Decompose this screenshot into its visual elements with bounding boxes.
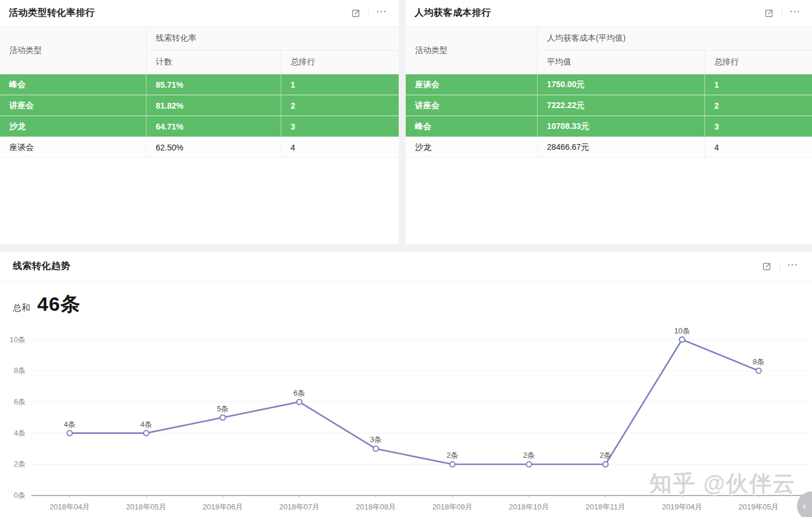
data-point	[679, 337, 685, 342]
table-row: 讲座会 81.82% 2	[0, 95, 399, 116]
col-group-cost-average: 人均获客成本(平均值)	[538, 27, 812, 51]
table-row: 沙龙 28466.67元 4	[406, 137, 812, 158]
activity-name: 讲座会	[406, 95, 538, 116]
ranking-panels-row: 活动类型转化率排行 ··· 活动类型 线索转化率 计数 总排行	[0, 0, 812, 244]
col-total-rank: 总排行	[281, 51, 399, 74]
panel-lead-trend: 线索转化趋势 ··· 总和 46条 0条2条4条6条8条10条2018年04月2…	[0, 252, 812, 517]
x-tick-label: 2018年07月	[279, 502, 319, 511]
icon-divider	[782, 9, 782, 17]
conversion-value: 81.82%	[146, 95, 281, 116]
rank-value: 4	[281, 137, 399, 158]
panel-header: 活动类型转化率排行 ···	[0, 0, 399, 27]
activity-name: 座谈会	[406, 74, 538, 95]
table-row: 峰会 85.71% 1	[0, 74, 399, 95]
rank-value: 1	[705, 74, 812, 95]
y-tick-label: 10条	[10, 335, 26, 344]
data-point-label: 6条	[294, 389, 305, 397]
col-group-conversion-rate: 线索转化率	[146, 27, 399, 51]
trend-summary: 总和 46条	[0, 282, 812, 318]
data-point	[756, 368, 761, 374]
cost-table: 活动类型 人均获客成本(平均值) 平均值 总排行 座谈会 1750.00元 1 …	[406, 27, 812, 158]
data-point-label: 2条	[523, 451, 535, 459]
data-point-label: 2条	[446, 451, 458, 459]
rank-value: 1	[281, 74, 399, 95]
data-point	[603, 462, 608, 467]
table-row: 座谈会 62.50% 4	[0, 137, 399, 158]
open-in-new-icon[interactable]	[349, 7, 362, 20]
table-header: 活动类型 线索转化率 计数 总排行	[0, 27, 399, 74]
table-row: 讲座会 7222.22元 2	[406, 95, 812, 116]
conversion-value: 85.71%	[146, 74, 281, 95]
table-row: 峰会 10708.33元 3	[406, 116, 812, 137]
data-point-label: 4条	[140, 420, 152, 429]
cost-value: 1750.00元	[538, 74, 705, 95]
data-point	[296, 399, 302, 404]
data-point	[220, 415, 226, 420]
panel-conversion-ranking: 活动类型转化率排行 ··· 活动类型 线索转化率 计数 总排行	[0, 0, 399, 244]
y-tick-label: 6条	[14, 397, 26, 406]
activity-name: 沙龙	[0, 116, 146, 137]
panel-cost-ranking: 人均获客成本排行 ··· 活动类型 人均获客成本(平均值) 平均值 总排行	[406, 0, 812, 244]
activity-name: 峰会	[406, 116, 538, 137]
activity-name: 沙龙	[406, 137, 538, 158]
panel-header: 人均获客成本排行 ···	[406, 0, 812, 27]
col-total-rank: 总排行	[705, 51, 812, 74]
col-count: 计数	[146, 51, 281, 74]
x-tick-label: 2018年05月	[126, 502, 166, 511]
data-point-label: 5条	[217, 404, 228, 413]
x-tick-label: 2019年05月	[738, 502, 778, 511]
cost-value: 28466.67元	[538, 137, 705, 158]
y-tick-label: 0条	[14, 491, 26, 500]
cost-value: 7222.22元	[538, 95, 705, 116]
data-point	[144, 430, 149, 436]
data-point-label: 3条	[370, 435, 382, 444]
col-activity-type: 活动类型	[0, 27, 146, 74]
data-point-label: 2条	[600, 451, 611, 459]
conversion-value: 62.50%	[146, 137, 281, 158]
table-row: 沙龙 64.71% 3	[0, 116, 399, 137]
total-label: 总和	[13, 303, 30, 314]
rank-value: 3	[281, 116, 399, 137]
activity-name: 讲座会	[0, 95, 146, 116]
x-tick-label: 2018年11月	[586, 502, 625, 511]
table-header: 活动类型 人均获客成本(平均值) 平均值 总排行	[406, 27, 812, 74]
y-tick-label: 4条	[14, 429, 26, 437]
panel-actions: ···	[349, 7, 388, 20]
y-tick-label: 8条	[14, 366, 26, 375]
more-icon[interactable]: ···	[375, 7, 388, 20]
x-tick-label: 2018年09月	[432, 502, 473, 511]
col-activity-type: 活动类型	[406, 27, 538, 74]
panel-title: 人均获客成本排行	[414, 7, 491, 19]
panel-actions: ···	[763, 7, 802, 20]
data-point	[67, 430, 72, 436]
open-in-new-glyph	[350, 8, 361, 19]
data-point-label: 8条	[753, 357, 764, 366]
x-tick-label: 2018年04月	[49, 502, 90, 511]
y-tick-label: 2条	[14, 459, 26, 468]
activity-name: 座谈会	[0, 137, 146, 158]
rank-value: 4	[705, 137, 812, 158]
col-average: 平均值	[538, 51, 705, 74]
x-tick-label: 2018年06月	[203, 502, 243, 511]
table-row: 座谈会 1750.00元 1	[406, 74, 812, 95]
conversion-value: 64.71%	[146, 116, 281, 137]
panel-title: 活动类型转化率排行	[9, 7, 95, 19]
rank-value: 2	[705, 95, 812, 116]
rank-value: 3	[705, 116, 812, 137]
total-value: 46条	[37, 291, 81, 318]
conversion-table: 活动类型 线索转化率 计数 总排行 峰会 85.71% 1 讲座会 81.82%…	[0, 27, 399, 158]
rank-value: 2	[281, 95, 399, 116]
open-in-new-glyph	[764, 8, 774, 19]
data-point	[527, 462, 532, 467]
data-point	[450, 462, 455, 467]
x-tick-label: 2018年10月	[509, 502, 549, 511]
data-point-label: 10条	[674, 326, 690, 335]
data-point-label: 4条	[64, 420, 76, 429]
chevron-left-icon: ‹	[803, 500, 806, 512]
open-in-new-icon[interactable]	[763, 7, 775, 20]
data-point	[373, 446, 378, 451]
more-icon[interactable]: ···	[789, 7, 802, 20]
x-tick-label: 2019年04月	[662, 502, 702, 511]
icon-divider	[369, 9, 369, 17]
cost-value: 10708.33元	[538, 116, 705, 137]
